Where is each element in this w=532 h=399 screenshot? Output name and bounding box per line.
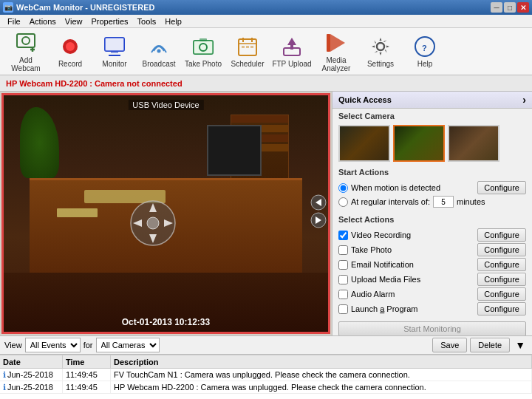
email-notification-checkbox[interactable] bbox=[338, 260, 348, 270]
configure-email-button[interactable]: Configure bbox=[477, 258, 526, 271]
settings-label: Settings bbox=[367, 60, 394, 68]
motion-label: When motion is detected bbox=[351, 183, 440, 192]
interval-radio-row: At regular intervals of: minutes bbox=[338, 196, 526, 208]
minimize-button[interactable]: ─ bbox=[491, 2, 502, 13]
action-row-photo: Take Photo Configure bbox=[338, 243, 526, 256]
audio-alarm-checkbox[interactable] bbox=[338, 290, 348, 299]
upload-media-label: Upload Media Files bbox=[351, 275, 420, 284]
take-photo-icon bbox=[191, 35, 215, 58]
record-label: Record bbox=[58, 60, 82, 68]
interval-label: At regular intervals of: bbox=[351, 197, 430, 206]
ftp-upload-icon bbox=[280, 35, 304, 58]
log-expand-icon[interactable]: ▼ bbox=[513, 339, 528, 351]
svg-rect-20 bbox=[246, 46, 249, 48]
add-webcam-button[interactable]: Add Webcam bbox=[4, 30, 47, 73]
col-date: Date bbox=[0, 355, 63, 368]
configure-video-button[interactable]: Configure bbox=[477, 228, 526, 242]
broadcast-button[interactable]: Broadcast bbox=[137, 30, 180, 73]
configure-upload-button[interactable]: Configure bbox=[477, 273, 526, 286]
svg-rect-19 bbox=[242, 46, 245, 48]
select-camera-title: Select Camera bbox=[332, 109, 532, 122]
start-actions: When motion is detected Configure At reg… bbox=[332, 178, 532, 212]
close-button[interactable]: ✕ bbox=[517, 2, 529, 13]
camera-thumb-2[interactable] bbox=[393, 125, 445, 162]
camera-thumb-3[interactable] bbox=[448, 125, 499, 162]
side-arrows[interactable] bbox=[310, 194, 327, 228]
monitor-button[interactable]: Monitor bbox=[93, 30, 136, 73]
log-icon-2: ℹ bbox=[3, 383, 6, 392]
configure-audio-button[interactable]: Configure bbox=[477, 287, 526, 301]
action-row-video: Video Recording Configure bbox=[338, 228, 526, 242]
action-row-upload: Upload Media Files Configure bbox=[338, 273, 526, 286]
ftp-upload-button[interactable]: FTP Upload bbox=[270, 30, 313, 73]
log-row-2[interactable]: ℹ Jun-25-2018 11:49:45 HP Webcam HD-2200… bbox=[0, 381, 532, 394]
motion-radio[interactable] bbox=[338, 183, 348, 193]
svg-text:?: ? bbox=[422, 44, 427, 52]
status-text: HP Webcam HD-2200 : Camera not connected bbox=[6, 79, 183, 88]
delete-button[interactable]: Delete bbox=[470, 338, 510, 352]
svg-rect-14 bbox=[200, 38, 207, 41]
log-row-1-date: ℹ Jun-25-2018 bbox=[0, 369, 63, 381]
broadcast-label: Broadcast bbox=[142, 60, 175, 68]
svg-point-10 bbox=[157, 50, 161, 53]
take-photo-button[interactable]: Take Photo bbox=[182, 30, 225, 73]
svg-rect-7 bbox=[105, 38, 124, 51]
menu-actions[interactable]: Actions bbox=[25, 16, 61, 27]
events-filter[interactable]: All Events bbox=[25, 338, 81, 352]
launch-program-label: Launch a Program bbox=[351, 304, 418, 313]
record-button[interactable]: Record bbox=[49, 30, 92, 73]
camera-thumb-1[interactable] bbox=[338, 125, 390, 162]
log-row-1[interactable]: ℹ Jun-25-2018 11:49:45 FV TouchCam N1 : … bbox=[0, 369, 532, 381]
menu-view[interactable]: View bbox=[61, 16, 87, 27]
scheduler-label: Scheduler bbox=[231, 60, 264, 68]
configure-launch-button[interactable]: Configure bbox=[477, 302, 526, 316]
interval-unit: minutes bbox=[457, 197, 485, 206]
video-feed bbox=[4, 95, 328, 332]
nav-overlay[interactable] bbox=[127, 197, 179, 249]
take-photo-checkbox[interactable] bbox=[338, 245, 348, 255]
quick-access-title: Quick Access bbox=[338, 95, 392, 104]
col-description: Description bbox=[111, 355, 532, 368]
media-analyzer-button[interactable]: Media Analyzer bbox=[315, 30, 358, 73]
menu-help[interactable]: Help bbox=[160, 16, 186, 27]
scheduler-button[interactable]: Scheduler bbox=[226, 30, 269, 73]
media-analyzer-icon bbox=[324, 31, 348, 55]
quick-access-expand[interactable]: › bbox=[522, 94, 526, 106]
interval-input[interactable] bbox=[433, 196, 454, 208]
menu-tools[interactable]: Tools bbox=[133, 16, 161, 27]
video-recording-checkbox[interactable] bbox=[338, 231, 348, 240]
help-button[interactable]: ? Help bbox=[403, 30, 446, 73]
title-bar-text: WebCam Monitor - UNREGISTERED bbox=[16, 3, 154, 12]
interval-radio[interactable] bbox=[338, 197, 348, 207]
log-row-1-time: 11:49:45 bbox=[63, 369, 111, 381]
video-recording-label: Video Recording bbox=[351, 231, 411, 239]
launch-program-checkbox[interactable] bbox=[338, 304, 348, 314]
svg-rect-21 bbox=[250, 46, 253, 48]
monitor-label: Monitor bbox=[102, 60, 126, 68]
configure-motion-button[interactable]: Configure bbox=[477, 181, 526, 194]
monitor-icon bbox=[103, 35, 126, 58]
status-bar: HP Webcam HD-2200 : Camera not connected bbox=[0, 75, 532, 92]
save-button[interactable]: Save bbox=[432, 338, 467, 352]
svg-point-1 bbox=[22, 37, 30, 44]
svg-rect-8 bbox=[111, 51, 118, 53]
help-label: Help bbox=[417, 60, 433, 68]
log-row-1-desc: FV TouchCam N1 : Camera was unplugged. P… bbox=[111, 369, 532, 381]
upload-media-checkbox[interactable] bbox=[338, 275, 348, 284]
media-analyzer-label: Media Analyzer bbox=[316, 56, 357, 72]
menu-properties[interactable]: Properties bbox=[86, 16, 132, 27]
video-timestamp: Oct-01-2013 10:12:33 bbox=[122, 317, 210, 327]
start-monitoring-button[interactable]: Start Monitoring bbox=[338, 321, 526, 336]
camera-filter[interactable]: All Cameras bbox=[96, 338, 160, 352]
svg-rect-12 bbox=[194, 41, 213, 54]
menu-file[interactable]: File bbox=[3, 16, 25, 27]
view-label: View bbox=[4, 341, 22, 349]
video-panel: USB Video Device Oct-01-2013 10:12:33 bbox=[1, 93, 330, 334]
configure-photo-button[interactable]: Configure bbox=[477, 243, 526, 256]
settings-button[interactable]: Settings bbox=[359, 30, 402, 73]
for-label: for bbox=[83, 341, 93, 349]
maximize-button[interactable]: □ bbox=[504, 2, 516, 13]
quick-access-header: Quick Access › bbox=[332, 92, 532, 109]
quick-access-panel: Quick Access › Select Camera Start Actio… bbox=[332, 92, 532, 335]
action-row-email: Email Notification Configure bbox=[338, 258, 526, 271]
